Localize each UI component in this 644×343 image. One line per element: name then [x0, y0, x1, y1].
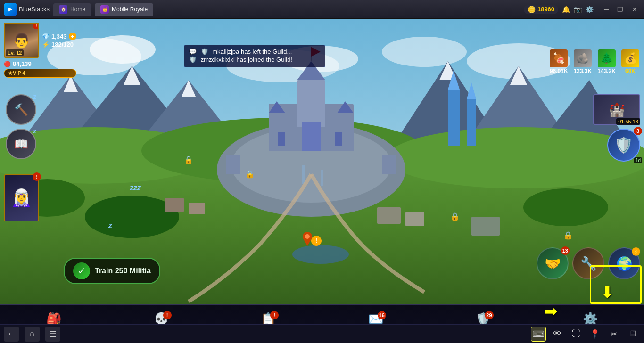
- location-pin: [302, 231, 313, 248]
- alliance-badge: 13: [561, 246, 570, 255]
- titlebar-right: 🪙 18960 🔔 📷 ⚙️ ─ ❐ ✕: [524, 5, 640, 14]
- restore-button[interactable]: ❐: [614, 5, 626, 14]
- food-value: 96.01K: [550, 68, 568, 74]
- quest-check-icon: ✓: [73, 262, 90, 279]
- stone-resource[interactable]: 🪨 123.3K: [574, 49, 592, 74]
- svg-rect-43: [302, 165, 305, 184]
- zzz-float-1: z: [108, 221, 112, 230]
- food-resource[interactable]: 🍖 96.01K: [550, 49, 568, 74]
- top-resources-panel: 🍖 96.01K 🪨 123.3K 🌲 143.2K 💰 60K: [550, 49, 639, 74]
- eye-icon-button[interactable]: 👁: [550, 327, 565, 342]
- add-diamonds-button[interactable]: +: [69, 33, 76, 40]
- elf-panel[interactable]: 🧝‍♀️ !: [4, 174, 41, 226]
- bluestacks-icon: ▶: [4, 3, 17, 16]
- bluestacks-name: BlueStacks: [19, 6, 50, 13]
- minimize-button[interactable]: ─: [601, 5, 611, 14]
- svg-rect-40: [382, 155, 396, 174]
- book-icon-button[interactable]: 📖 z: [6, 129, 36, 159]
- hammer-icon: 🔨: [14, 103, 28, 116]
- mini-castle[interactable]: 🏰 01:55:18: [593, 94, 640, 125]
- quest-banner[interactable]: ✓ Train 250 Militia: [64, 258, 160, 284]
- world-map-button[interactable]: 🌍 ⚡: [608, 247, 640, 279]
- quest-badge: !: [270, 311, 279, 319]
- mail-badge: 16: [378, 311, 386, 319]
- coin-icon: 🪙: [528, 6, 536, 13]
- energy-stat-row: ⚡ 182/120: [42, 41, 76, 48]
- chat-bubble-icon: 💬: [189, 48, 197, 55]
- chat-box[interactable]: 💬 🛡️ mkalljzjpa has left the Guild... 🛡️…: [184, 45, 325, 67]
- taskbar-right: ⌨ 👁 ⛶ 📍 ✂ 🖥: [531, 327, 640, 342]
- svg-rect-36: [302, 122, 321, 151]
- power-value: 84,139: [13, 60, 32, 67]
- player-avatar-row: 👨 ! Lv. 12 💎 1,343 + ⚡ 182/120: [4, 23, 76, 58]
- gold-value: 60K: [625, 68, 636, 74]
- settings-icon[interactable]: ⚙️: [586, 6, 594, 13]
- wood-resource[interactable]: 🌲 143.2K: [597, 49, 616, 74]
- guild-icon-2: 🛡️: [189, 56, 197, 63]
- svg-point-25: [292, 245, 349, 264]
- guild-shield-icon: 🛡️: [201, 48, 208, 55]
- elf-icon: 🧝‍♀️: [11, 188, 32, 208]
- book-icon: 📖: [14, 138, 28, 151]
- home-os-button[interactable]: ⌂: [25, 327, 40, 342]
- game-tab-label: Mobile Royale: [112, 6, 148, 13]
- gold-resource[interactable]: 💰 60K: [621, 49, 639, 74]
- expand-icon-button[interactable]: ⛶: [569, 327, 584, 342]
- elf-avatar[interactable]: 🧝‍♀️ !: [4, 174, 39, 221]
- game-scene: [0, 19, 644, 343]
- home-tab-label: Home: [70, 6, 85, 13]
- timer-badge: 01:55:18: [616, 118, 640, 125]
- svg-rect-38: [236, 151, 387, 174]
- home-tab[interactable]: 🏠 Home: [53, 3, 91, 16]
- screen-icon-button[interactable]: 🖥: [625, 327, 640, 342]
- menu-button[interactable]: ☰: [45, 327, 60, 342]
- svg-rect-50: [189, 203, 205, 214]
- back-button[interactable]: ←: [4, 327, 19, 342]
- bell-icon[interactable]: 🔔: [562, 6, 570, 13]
- quest-label: Train 250 Militia: [95, 267, 151, 275]
- chat-line-1: 💬 🛡️ mkalljzjpa has left the Guild...: [189, 48, 320, 55]
- camera-icon[interactable]: 📷: [574, 6, 582, 13]
- svg-marker-55: [304, 239, 311, 246]
- bluestacks-logo: ▶ BlueStacks: [4, 3, 50, 16]
- hammer-icon-button[interactable]: 🔨 z: [6, 94, 36, 125]
- shield-count: 3: [634, 127, 642, 135]
- coin-balance: 🪙 18960: [524, 5, 558, 14]
- home-tab-icon: 🏠: [59, 5, 67, 14]
- svg-point-24: [523, 188, 608, 226]
- lock-marker-3: 🔒: [450, 212, 460, 221]
- titlebar: ▶ BlueStacks 🏠 Home 👑 Mobile Royale 🪙 18…: [0, 0, 644, 19]
- player-panel: 👨 ! Lv. 12 💎 1,343 + ⚡ 182/120 🔴 84,139 …: [4, 23, 76, 78]
- svg-rect-37: [335, 132, 342, 146]
- stone-value: 123.3K: [574, 68, 592, 74]
- player-level: Lv. 12: [6, 49, 24, 56]
- svg-point-5: [382, 37, 467, 67]
- top-right-panel: 🏰 01:55:18 🛡️ 3 1d: [593, 94, 640, 162]
- location-icon-button[interactable]: 📍: [587, 327, 603, 342]
- elf-exclamation-badge: !: [33, 172, 41, 181]
- svg-rect-35: [278, 132, 285, 146]
- svg-point-56: [305, 234, 310, 239]
- game-area[interactable]: 👨 ! Lv. 12 💎 1,343 + ⚡ 182/120 🔴 84,139 …: [0, 19, 644, 343]
- guild-badge: 29: [485, 311, 493, 319]
- diamond-value: 1,343: [51, 33, 67, 40]
- arrow-right-annotation: ➡: [544, 302, 557, 320]
- shield-badge-container: 🛡️ 3 1d: [607, 129, 640, 162]
- build-button[interactable]: 🔧: [572, 247, 604, 279]
- lock-marker-2: 🔒: [245, 170, 255, 179]
- energy-value: 182/120: [51, 41, 74, 48]
- alliance-button[interactable]: 🤝 13: [537, 247, 569, 279]
- svg-rect-52: [405, 212, 424, 226]
- close-button[interactable]: ✕: [629, 5, 640, 14]
- window-controls: ─ ❐ ✕: [601, 5, 640, 14]
- book-zzz: z: [33, 127, 36, 135]
- hammer-zzz: z: [33, 93, 36, 100]
- chat-message-1: mkalljzjpa has left the Guild...: [212, 48, 292, 55]
- scissors-icon-button[interactable]: ✂: [606, 327, 621, 342]
- game-tab[interactable]: 👑 Mobile Royale: [95, 3, 153, 16]
- food-icon: 🍖: [550, 49, 568, 67]
- keyboard-icon-button[interactable]: ⌨: [531, 327, 546, 342]
- player-avatar[interactable]: 👨 ! Lv. 12: [4, 23, 39, 58]
- vip-badge[interactable]: ★VIP 4: [4, 69, 76, 78]
- coin-value: 18960: [537, 6, 554, 13]
